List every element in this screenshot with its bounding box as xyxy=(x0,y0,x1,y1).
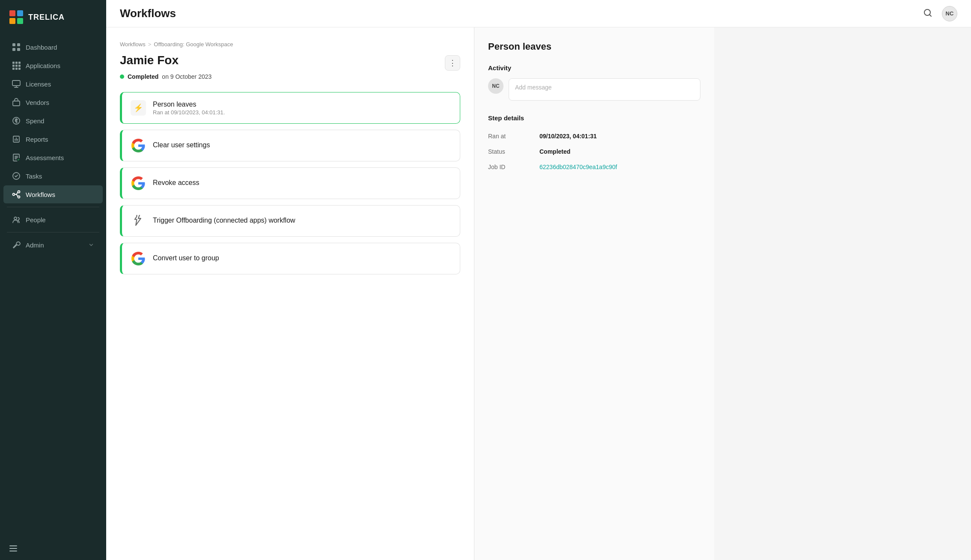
left-panel: Workflows > Offboarding: Google Workspac… xyxy=(106,27,474,560)
sidebar-label-vendors: Vendors xyxy=(26,99,49,106)
people-icon xyxy=(12,215,21,224)
reports-icon xyxy=(12,135,21,143)
ran-at-label: Ran at xyxy=(488,133,539,140)
svg-point-25 xyxy=(18,191,20,193)
svg-rect-11 xyxy=(12,65,15,67)
step-info-2: Clear user settings xyxy=(153,141,451,150)
sidebar-item-assessments[interactable]: Assessments xyxy=(3,149,103,167)
svg-rect-2 xyxy=(9,18,15,24)
step-details-heading: Step details xyxy=(488,114,700,122)
breadcrumb: Workflows > Offboarding: Google Workspac… xyxy=(120,41,460,48)
sidebar-label-tasks: Tasks xyxy=(26,173,42,180)
ran-at-value: 09/10/2023, 04:01:31 xyxy=(539,133,597,140)
svg-rect-17 xyxy=(12,80,20,86)
assessments-icon xyxy=(12,153,21,162)
sidebar-label-reports: Reports xyxy=(26,136,48,143)
more-options-button[interactable]: ⋮ xyxy=(445,55,460,71)
sidebar-bottom xyxy=(0,537,106,560)
step-icon-google-3 xyxy=(131,251,146,266)
hamburger-icon xyxy=(9,544,18,553)
dollar-icon xyxy=(12,116,21,125)
svg-rect-5 xyxy=(17,43,20,46)
sidebar-item-tasks[interactable]: Tasks xyxy=(3,167,103,185)
step-clear-user-settings[interactable]: Clear user settings xyxy=(120,130,460,161)
status-date: on 9 October 2023 xyxy=(162,73,211,80)
svg-rect-12 xyxy=(15,65,18,67)
step-person-leaves[interactable]: ⚡ Person leaves Ran at 09/10/2023, 04:01… xyxy=(120,92,460,124)
svg-rect-3 xyxy=(17,18,23,24)
workflow-person-name: Jamie Fox xyxy=(120,54,179,67)
sidebar-label-dashboard: Dashboard xyxy=(26,44,57,51)
step-icon-google-1 xyxy=(131,138,146,153)
google-logo-icon-3 xyxy=(131,252,145,265)
step-convert-user-to-group[interactable]: Convert user to group xyxy=(120,243,460,274)
svg-rect-7 xyxy=(17,48,20,51)
activity-heading: Activity xyxy=(488,64,700,71)
topbar: Workflows NC xyxy=(106,0,971,27)
sidebar-item-licenses[interactable]: Licenses xyxy=(3,75,103,93)
step-info-3: Revoke access xyxy=(153,179,451,188)
menu-toggle-button[interactable] xyxy=(9,544,98,553)
lightning-icon: ⚡ xyxy=(131,100,146,116)
step-icon-lightning: ⚡ xyxy=(131,100,146,116)
activity-avatar: NC xyxy=(488,78,503,94)
step-info: Person leaves Ran at 09/10/2023, 04:01:3… xyxy=(153,101,451,116)
sidebar-label-people: People xyxy=(26,216,46,223)
svg-point-26 xyxy=(18,196,20,198)
step-icon-google-2 xyxy=(131,176,146,191)
topbar-actions: NC xyxy=(920,6,957,21)
wrench-icon xyxy=(12,241,21,249)
main-content: Workflows NC Workflows > Offboarding: Go… xyxy=(106,0,971,560)
step-info-5: Convert user to group xyxy=(153,254,451,263)
status-field-label: Status xyxy=(488,148,539,155)
sidebar-item-workflows[interactable]: Workflows xyxy=(3,185,103,203)
sidebar-item-reports[interactable]: Reports xyxy=(3,130,103,148)
sidebar-label-spend: Spend xyxy=(26,117,44,125)
search-button[interactable] xyxy=(920,6,935,21)
sidebar-label-assessments: Assessments xyxy=(26,154,64,161)
detail-row-status: Status Completed xyxy=(488,144,700,159)
activity-section: Activity NC Add message xyxy=(488,64,700,101)
page-title: Workflows xyxy=(120,7,176,20)
step-name-5: Convert user to group xyxy=(153,254,451,262)
sidebar-item-spend[interactable]: Spend xyxy=(3,112,103,130)
sidebar-item-dashboard[interactable]: Dashboard xyxy=(3,38,103,56)
sidebar-item-people[interactable]: People xyxy=(3,211,103,229)
sidebar-item-admin[interactable]: Admin xyxy=(3,236,103,254)
google-logo-icon xyxy=(131,139,145,152)
svg-rect-15 xyxy=(15,68,18,70)
sidebar: TRELICA Dashboard xyxy=(0,0,106,560)
step-revoke-access[interactable]: Revoke access xyxy=(120,167,460,199)
breadcrumb-current: Offboarding: Google Workspace xyxy=(154,41,233,48)
sidebar-item-applications[interactable]: Applications xyxy=(3,57,103,74)
tasks-icon xyxy=(12,172,21,180)
status-row: Completed on 9 October 2023 xyxy=(120,73,460,80)
job-id-value[interactable]: 62236db028470c9ea1a9c90f xyxy=(539,164,617,170)
status-dot xyxy=(120,74,124,79)
user-avatar[interactable]: NC xyxy=(942,6,957,21)
svg-rect-13 xyxy=(18,65,21,67)
logo: TRELICA xyxy=(0,0,106,34)
status-label: Completed xyxy=(128,73,158,80)
content-area: Workflows > Offboarding: Google Workspac… xyxy=(106,27,971,560)
sidebar-item-vendors[interactable]: Vendors xyxy=(3,93,103,111)
sidebar-label-admin: Admin xyxy=(26,241,44,249)
step-name: Person leaves xyxy=(153,101,451,108)
search-icon xyxy=(923,8,932,18)
workflows-icon xyxy=(12,190,21,199)
sidebar-divider-2 xyxy=(7,232,99,232)
svg-rect-8 xyxy=(12,62,15,64)
grid-icon xyxy=(12,43,21,51)
status-field-value: Completed xyxy=(539,148,570,155)
step-name-3: Revoke access xyxy=(153,179,451,187)
apps-icon xyxy=(12,61,21,70)
breadcrumb-parent[interactable]: Workflows xyxy=(120,41,146,48)
svg-rect-14 xyxy=(12,68,15,70)
svg-rect-16 xyxy=(18,68,21,70)
trigger-icon xyxy=(131,213,146,229)
app-name: TRELICA xyxy=(28,13,65,22)
activity-message-input[interactable]: Add message xyxy=(509,78,700,101)
google-logo-icon-2 xyxy=(131,176,145,190)
step-trigger-offboarding[interactable]: Trigger Offboarding (connected apps) wor… xyxy=(120,205,460,237)
vendors-icon xyxy=(12,98,21,107)
